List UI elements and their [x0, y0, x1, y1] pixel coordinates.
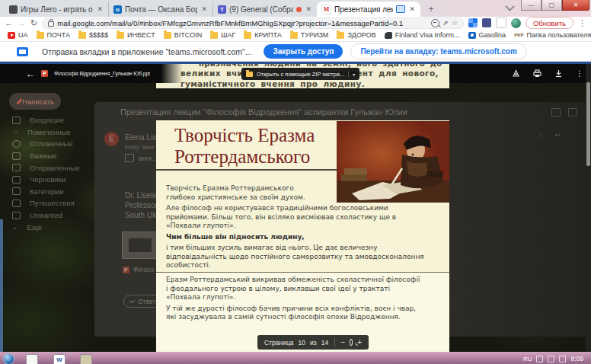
- folder-icon: [290, 32, 298, 39]
- keyboard-language-indicator[interactable]: RU: [523, 356, 532, 362]
- viewer-back-button[interactable]: ←: [26, 69, 35, 79]
- inbox-icon: [12, 117, 21, 124]
- tab-close-icon[interactable]: ✕: [305, 5, 312, 13]
- slide-paragraph: і тим більших зусиль вимагає від нього. …: [166, 244, 442, 270]
- tab-lego[interactable]: Игры Лего - играть онлайн бес ✕: [5, 2, 108, 17]
- compose-button: Написать: [9, 93, 61, 110]
- tray-volume-icon[interactable]: [548, 356, 554, 362]
- clock-icon: [12, 140, 21, 148]
- extension-teams-icon[interactable]: [482, 18, 491, 27]
- tray-battery-icon[interactable]: [559, 356, 566, 362]
- attachment-chip: P Філосо: [123, 266, 154, 273]
- tray-network-icon[interactable]: [536, 356, 543, 362]
- draft-icon: [12, 176, 21, 184]
- tab-gmail-presentation[interactable]: M Презентация лекции "Фило ✕: [317, 2, 420, 17]
- goto-shared-tab-button[interactable]: Перейти на вкладку: teams.microsoft.com: [350, 43, 526, 59]
- plane-icon: [385, 32, 392, 39]
- zip-dropdown-caret-icon[interactable]: ▾: [348, 72, 355, 77]
- window-close-button[interactable]: ✕: [562, 0, 589, 11]
- tab-title: Презентация лекции "Фило: [334, 5, 393, 14]
- teams-favicon-icon: T: [218, 5, 226, 14]
- viewer-more-icon[interactable]: ⋮: [576, 69, 583, 78]
- page-total: 14: [321, 339, 328, 346]
- screen: Игры Лего - играть онлайн бес ✕ o Почта …: [0, 0, 591, 364]
- window-maximize-button[interactable]: ▢: [541, 0, 562, 11]
- taskbar-paint-icon[interactable]: [80, 354, 92, 364]
- taskbar-explorer-icon[interactable]: [26, 354, 38, 364]
- zoom-out-button[interactable]: −: [340, 338, 345, 346]
- translate-bar: англ...: [125, 154, 157, 162]
- update-chrome-button[interactable]: Обновить: [526, 17, 573, 29]
- open-with-zip-button[interactable]: Открыть с помощью ZIP экстра... ▾: [241, 68, 359, 80]
- new-tab-button[interactable]: +: [425, 3, 437, 15]
- slide-paragraph: Еразм Роттердамський викривав обмеженіст…: [166, 276, 442, 302]
- bookmark-gasolina-1[interactable]: Gasolina: [468, 31, 506, 39]
- reply-arrow-icon: ↩: [129, 298, 135, 305]
- slide-line: великих вчин: [180, 69, 249, 78]
- taskbar-word-icon[interactable]: W: [53, 354, 65, 364]
- browser-menu-icon[interactable]: ⋮: [578, 19, 586, 27]
- folder-icon: [117, 32, 124, 39]
- system-tray: RU 8:09: [523, 353, 583, 364]
- more-options-icon: ⋮: [570, 131, 577, 139]
- send-icon: [12, 164, 21, 171]
- sender-avatar: E: [104, 132, 119, 146]
- zoom-indicator-icon[interactable]: [431, 19, 439, 27]
- gmail-favicon-icon: M: [321, 5, 331, 14]
- bookmark-finland-visa[interactable]: Finland Visa Inform...: [385, 31, 460, 39]
- bookmark-folder-pochta[interactable]: ПОЧТА: [37, 31, 70, 39]
- extension-generic-icon[interactable]: [496, 18, 506, 28]
- bookmark-folder-kripta[interactable]: КРИПТА: [244, 31, 281, 39]
- bookmark-folder-zdorov[interactable]: ЗДОРОВ: [337, 31, 375, 39]
- bookmarks-bar: UA ПОЧТА $$$$$ ИНВЕСТ BITCOIN ШАГ КРИПТА…: [0, 29, 591, 42]
- bookmark-folder-turizm[interactable]: ТУРИЗМ: [290, 31, 329, 39]
- viewer-scrollbar[interactable]: [586, 64, 591, 352]
- download-icon[interactable]: [554, 69, 563, 78]
- reload-button[interactable]: ↻: [30, 19, 37, 27]
- start-button[interactable]: [3, 353, 14, 364]
- bookmark-star-icon[interactable]: ☆: [452, 19, 458, 27]
- star-icon: ☆: [538, 131, 544, 139]
- magnifier-icon[interactable]: [350, 339, 353, 346]
- tab-title: Почта — Оксана Борисівна Пет: [125, 5, 197, 14]
- clock[interactable]: 8:09: [570, 355, 583, 362]
- window-minimize-button[interactable]: —: [521, 0, 541, 11]
- address-bar[interactable]: mail.google.com/mail/u/0/#inbox/FMfcgzGm…: [42, 18, 464, 29]
- print-icon[interactable]: [533, 69, 541, 78]
- tab-close-icon[interactable]: ✕: [96, 5, 104, 13]
- slide-body-text: Творчість Еразма Роттердамського глибоко…: [166, 184, 442, 273]
- url-text[interactable]: mail.google.com/mail/u/0/#inbox/FMfcgzGm…: [57, 19, 428, 27]
- page-current: 10: [299, 339, 305, 346]
- scrollbar-thumb[interactable]: [586, 82, 590, 166]
- ssl-lock-icon[interactable]: [48, 21, 54, 27]
- forward-button[interactable]: →: [18, 19, 26, 27]
- bookmark-user-folder[interactable]: PKPПапка пользователя: [514, 31, 591, 39]
- page-toolbar: Страница 10 из 14 − +: [257, 335, 369, 350]
- extension-office-icon[interactable]: [468, 18, 478, 27]
- bookmark-ua[interactable]: UA: [8, 31, 28, 39]
- pencil-icon: [16, 98, 18, 104]
- label-icon: [12, 200, 21, 207]
- pkp-icon: PKP: [514, 33, 523, 37]
- attachment-thumbnail: [122, 231, 158, 259]
- bookmark-folder-shag[interactable]: ШАГ: [210, 31, 235, 39]
- page-label: Страница: [264, 339, 294, 346]
- tab-close-icon[interactable]: ✕: [200, 5, 208, 13]
- send-to-device-icon[interactable]: ⇗: [442, 19, 449, 27]
- slide-paragraph: Але філософ не користувався традиційними…: [166, 204, 442, 231]
- bookmark-folder-bitcoin[interactable]: BITCOIN: [164, 31, 203, 39]
- tab-strip: Игры Лего - играть онлайн бес ✕ o Почта …: [0, 0, 591, 17]
- add-to-drive-icon[interactable]: [512, 69, 520, 78]
- bookmark-folder-money[interactable]: $$$$$: [78, 31, 108, 39]
- tab-close-icon[interactable]: ✕: [408, 5, 416, 13]
- stop-sharing-button[interactable]: Закрыть доступ: [264, 44, 343, 59]
- profile-avatar[interactable]: [511, 18, 521, 28]
- back-button[interactable]: ←: [5, 19, 13, 27]
- tab-outlook-mail[interactable]: o Почта — Оксана Борисівна Пет ✕: [108, 2, 212, 17]
- label-icon: [12, 212, 21, 219]
- bookmark-folder-invest[interactable]: ИНВЕСТ: [117, 31, 155, 39]
- slide-line: гуманістичного вчення про людину.: [180, 79, 365, 88]
- tab-teams-meeting[interactable]: T (9) General (Собрание) | Mic ✕: [212, 2, 317, 17]
- powerpoint-icon: P: [41, 70, 48, 77]
- chevron-down-icon[interactable]: [505, 2, 515, 11]
